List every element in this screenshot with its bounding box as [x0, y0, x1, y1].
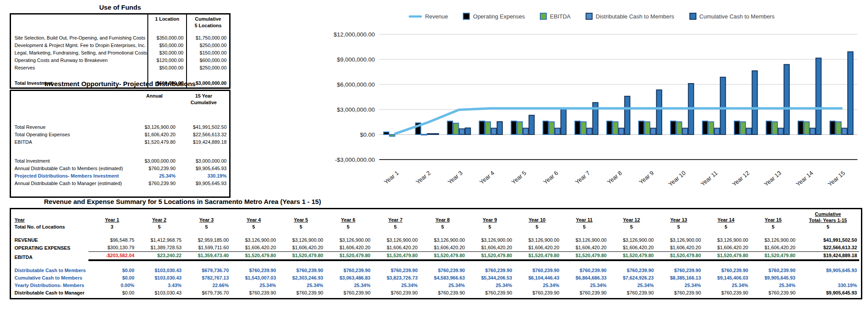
year-value: $760,239.90 [372, 267, 419, 274]
col-header-cumulative-5-locations: Cumulative 5 Locations [186, 15, 229, 29]
col-header-annual: Annual [131, 91, 178, 106]
row-label: Site Selection, Build Out, Pre-Opening, … [11, 34, 147, 42]
investment-row: Total Investment$3,000,000.00$3,000,000.… [11, 157, 229, 165]
bar [491, 128, 496, 135]
y-axis-tick-label: $12,000,000.00 [333, 31, 375, 38]
row-label: Total Operating Expenses [11, 131, 131, 138]
year-header: Year 15 [750, 217, 797, 223]
col-header-1-location: 1 Location [147, 15, 186, 29]
year-value: 25.34% [230, 282, 277, 289]
year-value: $3,126,900.00 [277, 236, 324, 244]
year-value: 25.34% [655, 282, 702, 289]
bar-swatch [540, 13, 547, 20]
year-value: $760,239.90 [702, 289, 749, 297]
year-value: $3,126,900.00 [419, 236, 466, 244]
chart-legend: RevenueOperating ExpensesEBITDADistribut… [317, 11, 867, 21]
year-value: $9,145,406.03 [702, 274, 749, 282]
year-value: $6,104,446.43 [513, 274, 560, 282]
year-value: 22.66% [183, 282, 230, 289]
bar [447, 121, 453, 135]
value-annual: $3,126,900.00 [131, 124, 178, 131]
value-15yr-cumulative: $9,905,645.93 [178, 180, 229, 187]
year-value: $760,239.90 [419, 267, 466, 274]
year-value: 5 [513, 223, 560, 231]
bar [497, 122, 502, 135]
cumulative-value: $41,991,502.50 [797, 236, 859, 244]
year-value: $1,606,420.20 [372, 244, 419, 252]
year-header: Year 3 [183, 217, 230, 223]
year-value: $760,239.90 [560, 289, 608, 297]
year-value: $103,030.43 [136, 274, 183, 282]
year-value: $3,063,486.83 [325, 274, 372, 282]
value-1-location: $120,000.00 [147, 57, 186, 64]
bar [479, 121, 484, 135]
use-of-funds-row: Development & Project Mgmt. Fee to Dropi… [11, 42, 229, 49]
summary-table: YearYear 1Year 2Year 3Year 4Year 5Year 6… [10, 208, 862, 299]
summary-row: Yearly Distributions- Members0.00%3.43%2… [13, 282, 859, 289]
year-value: $0.00 [88, 289, 136, 297]
year-value: $760,239.90 [560, 267, 608, 274]
year-header: Year 1 [88, 217, 136, 223]
year-header: Year 6 [325, 217, 372, 223]
bar [682, 128, 688, 135]
value-annual: 25.34% [131, 172, 178, 180]
year-value: $3,126,900.00 [608, 236, 655, 244]
year-value: $0.00 [88, 274, 136, 282]
value-5-locations: $250,000.00 [186, 42, 229, 49]
row-label: Annual Distributable Cash to Manager (es… [11, 180, 131, 187]
year-value: 25.34% [750, 282, 797, 289]
year-header: Year 12 [608, 217, 655, 223]
use-of-funds-row: Reserves$50,000.00$250,000.00 [11, 64, 229, 72]
year-value: 5 [325, 223, 372, 231]
x-axis-tick-label: Year 4 [478, 169, 496, 185]
year-value: 25.34% [372, 282, 419, 289]
year-header: Year 13 [655, 217, 702, 223]
year-value: $4,583,966.63 [419, 274, 466, 282]
bar [645, 122, 650, 135]
year-value: 5 [655, 223, 702, 231]
year-value: 25.34% [277, 282, 324, 289]
value-5-locations: $250,000.00 [186, 64, 229, 72]
investment-opportunity-header-row: Annual 15 Year Cumulative [11, 91, 229, 106]
year-header: Year 5 [277, 217, 324, 223]
year-value: $0.00 [88, 267, 136, 274]
row-label: Projected Distributions- Members Investm… [11, 172, 131, 180]
row-label: Legal, Marketing, Fundraising, Selling, … [11, 49, 147, 57]
year-header: Year 14 [702, 217, 749, 223]
x-axis-tick-label: Year 6 [542, 170, 559, 185]
row-label: OPERATING EXPENSES [13, 244, 88, 252]
year-value: 5 [136, 223, 183, 231]
legend-item: Distributable Cash to Members [586, 13, 674, 20]
cumulative-value: 330.19% [797, 282, 859, 289]
x-axis-tick-label: Year 3 [447, 170, 464, 185]
value-15yr-cumulative: $22,566,613.32 [178, 131, 229, 138]
row-label: Development & Project Mgmt. Fee to Dropi… [11, 42, 147, 49]
legend-label: Distributable Cash to Members [596, 13, 674, 20]
legend-label: Revenue [425, 13, 448, 20]
value-5-locations: $150,000.00 [186, 49, 229, 57]
bar [555, 128, 560, 135]
value-annual: $760,239.90 [131, 165, 178, 172]
x-axis-tick-label: Year 8 [606, 170, 623, 185]
cumulative-value: $9,905,645.93 [797, 289, 859, 297]
investment-row: Total Revenue$3,126,900.00$41,991,502.50 [11, 124, 229, 131]
year-value: $1,606,420.20 [466, 244, 513, 252]
legend-item: EBITDA [540, 13, 571, 20]
year-value: $760,239.90 [277, 289, 324, 297]
summary-row: Distributable Cash to Manager$0.00$103,0… [13, 289, 859, 297]
bar [784, 65, 789, 135]
x-axis-tick-label: Year 9 [638, 170, 655, 185]
summary-row: REVENUE$96,548.75$1,412,968.75$2,959,185… [13, 236, 859, 244]
year-header: Year 7 [372, 217, 419, 223]
row-label: Yearly Distributions- Members [13, 282, 88, 289]
year-corner-header: Year [13, 217, 88, 223]
year-value: 25.34% [560, 282, 608, 289]
bar [703, 121, 708, 135]
year-value: $3,126,900.00 [560, 236, 608, 244]
year-value: $679,736.70 [183, 267, 230, 274]
value-5-locations: $600,000.00 [186, 57, 229, 64]
year-value: $23,240.22 [136, 252, 183, 261]
year-value: $96,548.75 [88, 236, 136, 244]
summary-row: Distributable Cash to Members$0.00$103,0… [13, 267, 859, 274]
bar [549, 122, 554, 135]
